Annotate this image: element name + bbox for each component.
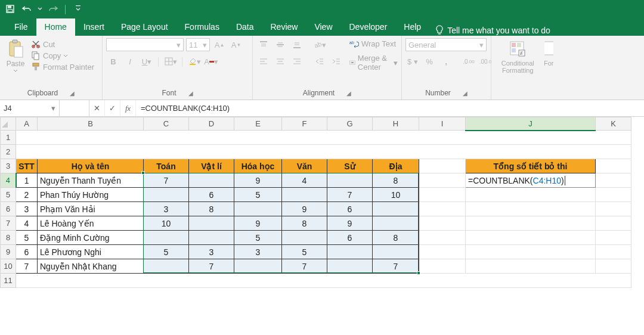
cell-F6[interactable]: 9 (282, 202, 327, 216)
cell-D10[interactable]: 7 (189, 259, 234, 274)
tab-view[interactable]: View (306, 18, 340, 36)
cell-C5[interactable] (144, 188, 189, 202)
cell-E8[interactable]: 5 (234, 231, 282, 245)
cell-B8[interactable]: Đặng Minh Cường (38, 231, 144, 245)
row-8[interactable]: 8 (1, 231, 16, 245)
increase-decimal-icon[interactable]: .0.00 (462, 55, 476, 68)
col-I[interactable]: I (419, 117, 466, 131)
cell-A9[interactable]: 6 (16, 245, 38, 259)
name-box[interactable]: J4 ▾ (0, 100, 60, 116)
hdr-name[interactable]: Họ và tên (38, 159, 144, 173)
cell-B7[interactable]: Lê Hoàng Yến (38, 216, 144, 231)
decrease-decimal-icon[interactable]: .00.0 (478, 55, 493, 68)
font-size-select[interactable]: 11 ▾ (186, 38, 210, 51)
row-3[interactable]: 3 (1, 159, 16, 173)
cell-F4[interactable]: 4 (282, 173, 327, 188)
hdr-hoahoc[interactable]: Hóa học (234, 159, 282, 173)
cell-H7[interactable] (373, 216, 419, 231)
cell-D5[interactable]: 6 (189, 188, 234, 202)
comma-format-icon[interactable]: , (439, 55, 453, 68)
row-7[interactable]: 7 (1, 216, 16, 231)
hdr-vatli[interactable]: Vật lí (189, 159, 234, 173)
col-G[interactable]: G (327, 117, 373, 131)
decrease-font-icon[interactable]: A▼ (229, 38, 243, 51)
cell-G5[interactable]: 7 (327, 188, 373, 202)
tab-developer[interactable]: Developer (341, 18, 396, 36)
cell-H6[interactable] (373, 202, 419, 216)
tab-data[interactable]: Data (228, 18, 262, 36)
cell-C9[interactable]: 5 (144, 245, 189, 259)
cell-B10[interactable]: Nguyễn Nhật Khang (38, 259, 144, 274)
cell-G8[interactable]: 6 (327, 231, 373, 245)
number-format-select[interactable]: General ▾ (405, 38, 487, 51)
cell-F8[interactable] (282, 231, 327, 245)
col-J[interactable]: J (466, 117, 596, 131)
col-D[interactable]: D (189, 117, 234, 131)
cell-F9[interactable]: 5 (282, 245, 327, 259)
row-10[interactable]: 10 (1, 259, 16, 274)
italic-button[interactable]: I (123, 55, 137, 68)
font-name-select[interactable]: ▾ (106, 38, 184, 51)
increase-indent-icon[interactable] (329, 55, 343, 68)
col-B[interactable]: B (38, 117, 144, 131)
spreadsheet-grid[interactable]: A B C D E F G H I J K 1 2 3 STT Họ và tê… (0, 117, 644, 288)
cell-G4[interactable] (327, 173, 373, 188)
align-top-icon[interactable] (256, 38, 271, 51)
save-icon[interactable] (4, 2, 17, 15)
insert-function-icon[interactable]: fx (120, 100, 136, 116)
col-E[interactable]: E (234, 117, 282, 131)
row-1[interactable]: 1 (1, 131, 16, 145)
cell-G10[interactable] (327, 259, 373, 274)
cell-G7[interactable]: 9 (327, 216, 373, 231)
percent-format-icon[interactable]: % (422, 55, 436, 68)
name-box-dropdown-icon[interactable]: ▾ (51, 104, 55, 113)
cell-A6[interactable]: 3 (16, 202, 38, 216)
cell-C7[interactable]: 10 (144, 216, 189, 231)
cell-E7[interactable]: 9 (234, 216, 282, 231)
increase-font-icon[interactable]: A▲ (212, 38, 227, 51)
cell-A5[interactable]: 2 (16, 188, 38, 202)
cell-A4[interactable]: 1 (16, 173, 38, 188)
cut-button[interactable]: Cut (31, 39, 94, 49)
merge-center-button[interactable]: Merge & Center ▾ (349, 54, 398, 72)
align-bottom-icon[interactable] (290, 38, 304, 51)
align-center-icon[interactable] (273, 55, 287, 68)
col-H[interactable]: H (373, 117, 419, 131)
hdr-toan[interactable]: Toán (144, 159, 189, 173)
cell-G6[interactable]: 6 (327, 202, 373, 216)
format-painter-button[interactable]: Format Painter (31, 62, 94, 72)
wrap-text-button[interactable]: ab Wrap Text (349, 39, 398, 48)
cell-F5[interactable] (282, 188, 327, 202)
row-6[interactable]: 6 (1, 202, 16, 216)
cell-H4[interactable]: 8 (373, 173, 419, 188)
clipboard-dialog-launcher-icon[interactable]: ◢ (70, 90, 75, 97)
cell-E10[interactable] (234, 259, 282, 274)
formula-input[interactable]: =COUNTBLANK(C4:H10) (136, 100, 644, 116)
row-5[interactable]: 5 (1, 188, 16, 202)
tab-home[interactable]: Home (36, 18, 75, 36)
column-headers[interactable]: A B C D E F G H I J K (1, 117, 631, 131)
align-left-icon[interactable] (256, 55, 271, 68)
bold-button[interactable]: B (106, 55, 120, 68)
tab-help[interactable]: Help (395, 18, 429, 36)
hdr-total[interactable]: Tổng số tiết bỏ thi (466, 159, 596, 173)
conditional-formatting-button[interactable]: ≠ Conditional Formatting (495, 38, 541, 75)
cell-B4[interactable]: Nguyễn Thanh Tuyền (38, 173, 144, 188)
cell-D6[interactable]: 8 (189, 202, 234, 216)
cell-A10[interactable]: 7 (16, 259, 38, 274)
cell-B9[interactable]: Lê Phương Nghi (38, 245, 144, 259)
borders-button[interactable]: ▾ (163, 55, 178, 68)
row-2[interactable]: 2 (1, 145, 16, 159)
copy-button[interactable]: Copy (31, 51, 94, 60)
decrease-indent-icon[interactable] (312, 55, 327, 68)
cell-D8[interactable] (189, 231, 234, 245)
enter-formula-icon[interactable]: ✓ (105, 100, 120, 116)
accounting-format-icon[interactable]: $ ▾ (405, 55, 420, 68)
row-4[interactable]: 4 (1, 173, 16, 188)
col-C[interactable]: C (144, 117, 189, 131)
cell-H5[interactable]: 10 (373, 188, 419, 202)
align-middle-icon[interactable] (273, 38, 287, 51)
hdr-dia[interactable]: Địa (373, 159, 419, 173)
cell-E4[interactable]: 9 (234, 173, 282, 188)
cell-D7[interactable] (189, 216, 234, 231)
